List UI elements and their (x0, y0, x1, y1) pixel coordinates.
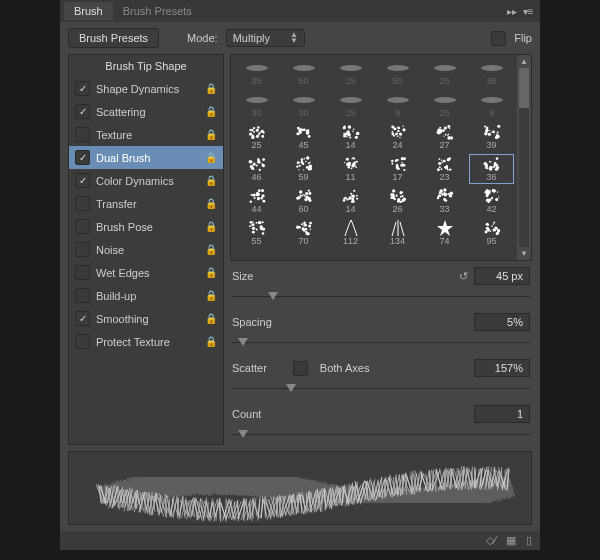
sidebar-checkbox[interactable] (75, 242, 90, 257)
scrollbar-thumb[interactable] (519, 68, 529, 108)
sidebar-item-dual-brush[interactable]: Dual Brush🔒 (69, 146, 223, 169)
tab-brush[interactable]: Brush (64, 2, 113, 20)
tab-brush-presets[interactable]: Brush Presets (113, 2, 202, 20)
trash-icon[interactable]: ▯ (526, 534, 532, 547)
lock-icon[interactable]: 🔒 (205, 221, 217, 233)
brush-thumb[interactable]: 9 (468, 89, 515, 121)
brush-thumb[interactable]: 25 (327, 57, 374, 89)
brush-thumb[interactable]: 74 (421, 217, 468, 249)
both-axes-checkbox[interactable] (293, 361, 308, 376)
brush-thumb[interactable]: 25 (421, 89, 468, 121)
sidebar-checkbox[interactable] (75, 219, 90, 234)
scatter-slider[interactable] (232, 383, 530, 395)
brush-thumb[interactable]: 14 (327, 185, 374, 217)
lock-icon[interactable]: 🔒 (205, 175, 217, 187)
lock-icon[interactable]: 🔒 (205, 198, 217, 210)
sidebar-item-protect-texture[interactable]: Protect Texture🔒 (69, 330, 223, 353)
scatter-input[interactable]: 157% (474, 359, 530, 377)
brush-thumb[interactable]: 70 (280, 217, 327, 249)
sidebar-checkbox[interactable] (75, 265, 90, 280)
count-input[interactable]: 1 (474, 405, 530, 423)
lock-icon[interactable]: 🔒 (205, 336, 217, 348)
brush-thumb[interactable]: 50 (374, 57, 421, 89)
count-slider[interactable] (232, 429, 530, 441)
brush-thumb[interactable]: 30 (280, 89, 327, 121)
panel-menu-icon[interactable]: ▾≡ (520, 6, 536, 17)
svg-point-340 (249, 221, 252, 224)
toggle-preview-icon[interactable]: ◇⁄ (486, 534, 496, 547)
sidebar-header[interactable]: Brush Tip Shape (69, 55, 223, 77)
lock-icon[interactable]: 🔒 (205, 152, 217, 164)
svg-point-206 (446, 158, 449, 161)
brush-thumb[interactable]: 112 (327, 217, 374, 249)
brush-thumb[interactable]: 9 (374, 89, 421, 121)
collapse-icon[interactable]: ▸▸ (504, 6, 520, 17)
lock-icon[interactable]: 🔒 (205, 267, 217, 279)
brush-thumb[interactable]: 30 (233, 89, 280, 121)
brush-presets-button[interactable]: Brush Presets (68, 28, 159, 48)
lock-icon[interactable]: 🔒 (205, 129, 217, 141)
brush-thumb[interactable]: 45 (280, 121, 327, 153)
sidebar-checkbox[interactable] (75, 81, 90, 96)
sidebar-item-brush-pose[interactable]: Brush Pose🔒 (69, 215, 223, 238)
brush-thumb[interactable]: 33 (421, 185, 468, 217)
lock-icon[interactable]: 🔒 (205, 83, 217, 95)
brush-thumb[interactable]: 36 (468, 153, 515, 185)
mode-dropdown[interactable]: Multiply ▲▼ (226, 29, 305, 47)
sidebar-checkbox[interactable] (75, 104, 90, 119)
brush-thumb[interactable]: 42 (468, 185, 515, 217)
brush-thumb[interactable]: 11 (327, 153, 374, 185)
sidebar-checkbox[interactable] (75, 173, 90, 188)
brush-thumb[interactable]: 55 (233, 217, 280, 249)
scroll-up-icon[interactable]: ▲ (520, 57, 528, 66)
brush-thumb-icon (338, 157, 364, 171)
sidebar-checkbox[interactable] (75, 196, 90, 211)
new-preset-icon[interactable]: ▦ (506, 534, 516, 547)
brush-thumb[interactable]: 44 (233, 185, 280, 217)
brush-thumb[interactable]: 25 (233, 121, 280, 153)
lock-icon[interactable]: 🔒 (205, 244, 217, 256)
brush-thumb[interactable]: 95 (468, 217, 515, 249)
sidebar-checkbox[interactable] (75, 288, 90, 303)
flip-checkbox[interactable] (491, 31, 506, 46)
sidebar-checkbox[interactable] (75, 150, 90, 165)
sidebar-item-transfer[interactable]: Transfer🔒 (69, 192, 223, 215)
brush-thumb[interactable]: 25 (327, 89, 374, 121)
brush-thumb[interactable]: 25 (233, 57, 280, 89)
sidebar-item-texture[interactable]: Texture🔒 (69, 123, 223, 146)
sidebar-item-color-dynamics[interactable]: Color Dynamics🔒 (69, 169, 223, 192)
brush-thumb[interactable]: 27 (421, 121, 468, 153)
scroll-down-icon[interactable]: ▼ (520, 249, 528, 258)
brush-thumb[interactable]: 26 (374, 185, 421, 217)
spacing-slider[interactable] (232, 337, 530, 349)
brush-thumb[interactable]: 39 (468, 121, 515, 153)
sidebar-item-build-up[interactable]: Build-up🔒 (69, 284, 223, 307)
reset-size-icon[interactable]: ↺ (459, 270, 468, 283)
brush-thumb[interactable]: 24 (374, 121, 421, 153)
brush-thumb[interactable]: 46 (233, 153, 280, 185)
brush-thumb[interactable]: 36 (468, 57, 515, 89)
spacing-input[interactable]: 5% (474, 313, 530, 331)
brush-thumb[interactable]: 17 (374, 153, 421, 185)
lock-icon[interactable]: 🔒 (205, 313, 217, 325)
grid-scrollbar[interactable]: ▲ ▼ (517, 55, 531, 260)
sidebar-item-wet-edges[interactable]: Wet Edges🔒 (69, 261, 223, 284)
sidebar-item-scattering[interactable]: Scattering🔒 (69, 100, 223, 123)
sidebar-item-shape-dynamics[interactable]: Shape Dynamics🔒 (69, 77, 223, 100)
brush-thumb[interactable]: 23 (421, 153, 468, 185)
brush-thumb[interactable]: 25 (421, 57, 468, 89)
sidebar-checkbox[interactable] (75, 311, 90, 326)
sidebar-checkbox[interactable] (75, 127, 90, 142)
sidebar-item-noise[interactable]: Noise🔒 (69, 238, 223, 261)
size-slider[interactable] (232, 291, 530, 303)
lock-icon[interactable]: 🔒 (205, 106, 217, 118)
brush-thumb[interactable]: 59 (280, 153, 327, 185)
size-input[interactable]: 45 px (474, 267, 530, 285)
lock-icon[interactable]: 🔒 (205, 290, 217, 302)
brush-thumb[interactable]: 50 (280, 57, 327, 89)
sidebar-item-smoothing[interactable]: Smoothing🔒 (69, 307, 223, 330)
brush-thumb[interactable]: 60 (280, 185, 327, 217)
sidebar-checkbox[interactable] (75, 334, 90, 349)
brush-thumb[interactable]: 14 (327, 121, 374, 153)
brush-thumb[interactable]: 134 (374, 217, 421, 249)
